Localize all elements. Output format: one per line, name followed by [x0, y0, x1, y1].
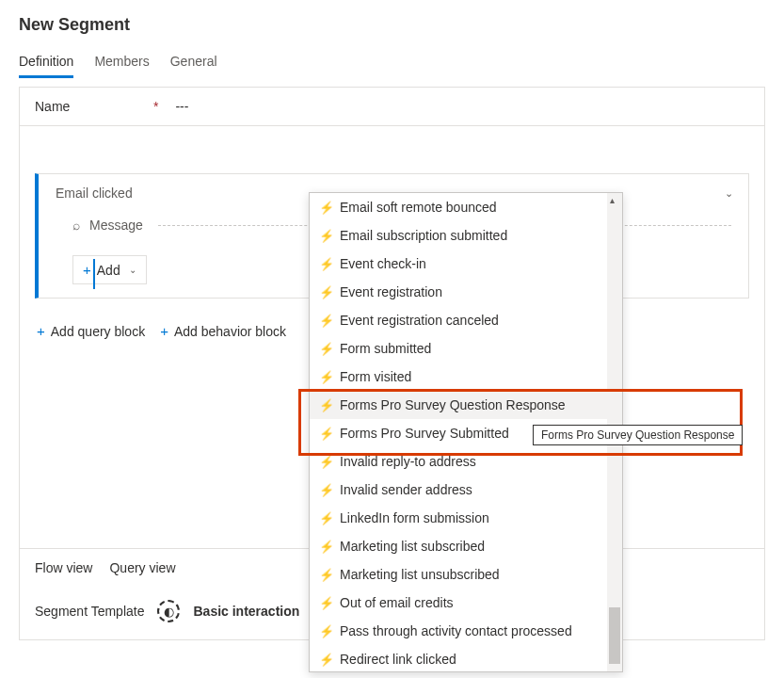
segment-template-label: Segment Template — [35, 604, 144, 619]
dropdown-item[interactable]: ⚡Out of email credits — [310, 589, 622, 617]
bolt-icon: ⚡ — [319, 483, 332, 497]
plus-icon: + — [37, 323, 45, 339]
dropdown-item-label: Forms Pro Survey Question Response — [340, 397, 566, 412]
dropdown-item[interactable]: ⚡Form visited — [310, 363, 622, 391]
dropdown-item[interactable]: ⚡Invalid reply-to address — [310, 447, 622, 476]
dropdown-item[interactable]: ⚡Forms Pro Survey Question Response — [310, 391, 622, 419]
connector-line — [93, 259, 95, 289]
scrollbar-thumb[interactable] — [609, 607, 620, 664]
bolt-icon: ⚡ — [319, 314, 332, 328]
bolt-icon: ⚡ — [319, 624, 332, 638]
dropdown-item[interactable]: ⚡Event registration canceled — [310, 306, 622, 334]
dropdown-item[interactable]: ⚡Event check-in — [310, 250, 622, 278]
dropdown-item-label: Out of email credits — [340, 595, 454, 610]
add-behavior-block-button[interactable]: + Add behavior block — [160, 323, 286, 339]
dropdown-item-label: Redirect link clicked — [340, 652, 456, 667]
dropdown-item-label: Form submitted — [340, 341, 431, 356]
bolt-icon: ⚡ — [319, 370, 332, 384]
dropdown-item[interactable]: ⚡Event registration — [310, 278, 622, 306]
chevron-down-icon[interactable]: ⌄ — [725, 187, 733, 200]
bolt-icon: ⚡ — [319, 427, 332, 441]
dropdown-item-label: Marketing list unsubscribed — [340, 567, 500, 582]
block-title[interactable]: Email clicked — [56, 186, 133, 201]
dropdown-item[interactable]: ⚡LinkedIn form submission — [310, 504, 622, 532]
page-title: New Segment — [19, 15, 765, 35]
tab-members[interactable]: Members — [94, 46, 149, 78]
dropdown-item-label: Invalid reply-to address — [340, 454, 476, 469]
dropdown-item[interactable]: ⚡Email subscription submitted — [310, 221, 622, 250]
name-label: Name — [35, 99, 153, 114]
bolt-icon: ⚡ — [319, 596, 332, 610]
add-behavior-block-label: Add behavior block — [174, 324, 286, 339]
dropdown-item[interactable]: ⚡Marketing list subscribed — [310, 532, 622, 560]
dropdown-item-label: Email soft remote bounced — [340, 200, 497, 215]
bolt-icon: ⚡ — [319, 568, 332, 582]
dropdown-item-label: Event check-in — [340, 256, 426, 271]
search-icon: ⌕ — [72, 218, 80, 233]
dropdown-item-label: LinkedIn form submission — [340, 510, 489, 525]
dropdown-item[interactable]: ⚡Pass through activity contact processed — [310, 617, 622, 645]
template-icon: ◐ — [157, 600, 180, 622]
tabs-bar: Definition Members General — [0, 46, 784, 79]
bolt-icon: ⚡ — [319, 201, 332, 215]
name-row: Name * --- — [20, 88, 764, 126]
dropdown-item[interactable]: ⚡Form submitted — [310, 334, 622, 363]
chevron-down-icon: ⌄ — [129, 265, 136, 275]
tab-definition[interactable]: Definition — [19, 46, 73, 78]
dropdown-item[interactable]: ⚡Invalid sender address — [310, 476, 622, 504]
dropdown-item-label: Forms Pro Survey Submitted — [340, 426, 509, 441]
tooltip: Forms Pro Survey Question Response — [533, 425, 743, 445]
bolt-icon: ⚡ — [319, 455, 332, 469]
bolt-icon: ⚡ — [319, 398, 332, 412]
bolt-icon: ⚡ — [319, 511, 332, 525]
bolt-icon: ⚡ — [319, 540, 332, 554]
dropdown-item-label: Pass through activity contact processed — [340, 623, 572, 638]
bolt-icon: ⚡ — [319, 285, 332, 299]
add-label: Add — [97, 263, 120, 278]
tab-general[interactable]: General — [170, 46, 217, 78]
add-condition-button[interactable]: + Add ⌄ — [72, 255, 147, 284]
template-name[interactable]: Basic interaction — [193, 604, 299, 619]
query-view-button[interactable]: Query view — [109, 560, 175, 575]
message-label[interactable]: Message — [89, 218, 143, 233]
bolt-icon: ⚡ — [319, 229, 332, 243]
dropdown-item[interactable]: ⚡Email soft remote bounced — [310, 193, 622, 221]
dropdown-item-label: Event registration — [340, 284, 442, 299]
name-value[interactable]: --- — [175, 99, 188, 114]
dropdown-item[interactable]: ⚡Redirect link clicked — [310, 645, 622, 672]
dropdown-item-label: Marketing list subscribed — [340, 539, 485, 554]
flow-view-button[interactable]: Flow view — [35, 560, 92, 575]
dropdown-item-label: Form visited — [340, 369, 411, 384]
plus-icon: + — [83, 262, 91, 278]
dropdown-item[interactable]: ⚡Marketing list unsubscribed — [310, 560, 622, 589]
dropdown-item-label: Email subscription submitted — [340, 228, 507, 243]
add-query-block-button[interactable]: + Add query block — [37, 323, 145, 339]
dropdown-item-label: Invalid sender address — [340, 482, 472, 497]
plus-icon: + — [160, 323, 168, 339]
required-indicator: * — [153, 99, 158, 114]
bolt-icon: ⚡ — [319, 257, 332, 271]
dropdown-item-label: Event registration canceled — [340, 313, 499, 328]
bolt-icon: ⚡ — [319, 342, 332, 356]
add-query-block-label: Add query block — [51, 324, 145, 339]
bolt-icon: ⚡ — [319, 653, 332, 667]
